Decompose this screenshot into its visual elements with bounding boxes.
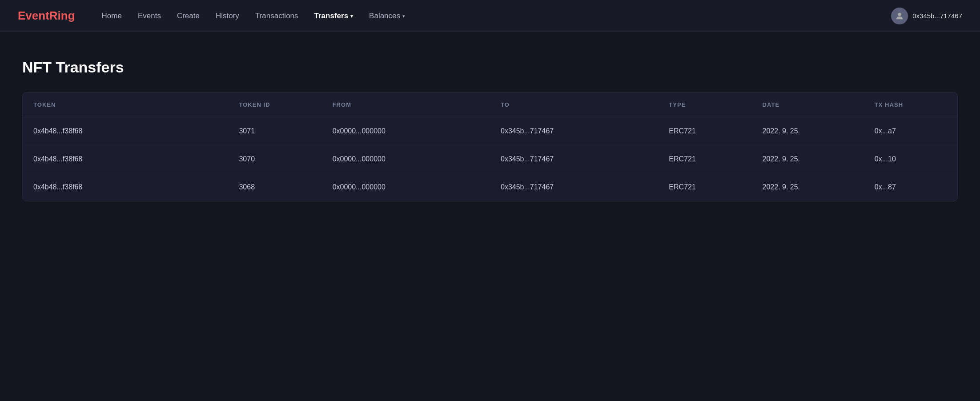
table-body: 0x4b48...f38f6830710x0000...0000000x345b… [23, 117, 957, 201]
col-header-type: TYPE [658, 92, 751, 117]
cell-txHash: 0x...87 [864, 173, 957, 201]
nav-item-home[interactable]: Home [102, 10, 122, 22]
nav-item-create[interactable]: Create [177, 10, 200, 22]
nav-item-events[interactable]: Events [138, 10, 161, 22]
main-nav: Home Events Create History Transactions … [102, 10, 892, 22]
cell-from: 0x0000...000000 [322, 145, 490, 173]
nav-transfers-label: Transfers [314, 12, 349, 20]
cell-tokenId: 3070 [228, 145, 321, 173]
nav-balances-label: Balances [369, 12, 400, 20]
wallet-address: 0x345b...717467 [912, 12, 962, 20]
col-header-to: TO [490, 92, 658, 117]
col-header-txhash: TX HASH [864, 92, 957, 117]
nav-item-transfers[interactable]: Transfers ▾ [314, 12, 353, 20]
transfers-table: TOKEN TOKEN ID FROM TO TYPE DATE TX HASH… [23, 92, 957, 201]
cell-token: 0x4b48...f38f68 [23, 173, 228, 201]
nav-item-transactions[interactable]: Transactions [255, 10, 298, 22]
cell-from: 0x0000...000000 [322, 117, 490, 145]
cell-date: 2022. 9. 25. [752, 145, 864, 173]
table-row[interactable]: 0x4b48...f38f6830700x0000...0000000x345b… [23, 145, 957, 173]
col-header-from: FROM [322, 92, 490, 117]
nav-item-balances[interactable]: Balances ▾ [369, 12, 405, 20]
transfers-table-card: TOKEN TOKEN ID FROM TO TYPE DATE TX HASH… [22, 92, 958, 201]
cell-tokenId: 3071 [228, 117, 321, 145]
chevron-down-icon: ▾ [350, 13, 353, 19]
user-section[interactable]: 0x345b...717467 [891, 8, 962, 24]
cell-txHash: 0x...10 [864, 145, 957, 173]
col-header-token: TOKEN [23, 92, 228, 117]
chevron-down-icon: ▾ [402, 13, 405, 19]
cell-type: ERC721 [658, 173, 751, 201]
svg-point-0 [898, 12, 901, 16]
cell-date: 2022. 9. 25. [752, 117, 864, 145]
cell-to: 0x345b...717467 [490, 173, 658, 201]
nav-item-history[interactable]: History [216, 10, 239, 22]
cell-from: 0x0000...000000 [322, 173, 490, 201]
page-title: NFT Transfers [22, 59, 958, 76]
main-content: NFT Transfers TOKEN TOKEN ID FROM TO TYP… [0, 32, 980, 219]
cell-type: ERC721 [658, 117, 751, 145]
cell-tokenId: 3068 [228, 173, 321, 201]
cell-token: 0x4b48...f38f68 [23, 117, 228, 145]
cell-to: 0x345b...717467 [490, 117, 658, 145]
cell-txHash: 0x...a7 [864, 117, 957, 145]
avatar [891, 8, 908, 24]
table-header-row: TOKEN TOKEN ID FROM TO TYPE DATE TX HASH [23, 92, 957, 117]
header: EventRing Home Events Create History Tra… [0, 0, 980, 32]
cell-token: 0x4b48...f38f68 [23, 145, 228, 173]
cell-type: ERC721 [658, 145, 751, 173]
cell-to: 0x345b...717467 [490, 145, 658, 173]
brand-logo[interactable]: EventRing [18, 9, 75, 23]
col-header-tokenid: TOKEN ID [228, 92, 321, 117]
table-row[interactable]: 0x4b48...f38f6830710x0000...0000000x345b… [23, 117, 957, 145]
col-header-date: DATE [752, 92, 864, 117]
cell-date: 2022. 9. 25. [752, 173, 864, 201]
table-row[interactable]: 0x4b48...f38f6830680x0000...0000000x345b… [23, 173, 957, 201]
